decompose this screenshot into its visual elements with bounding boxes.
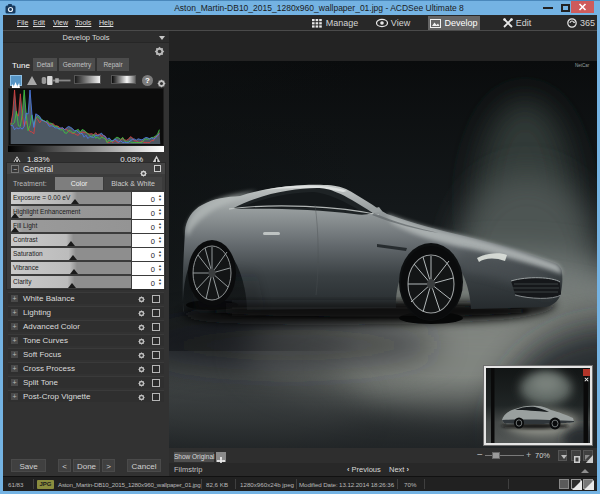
svg-text:NetCar: NetCar (575, 63, 590, 68)
